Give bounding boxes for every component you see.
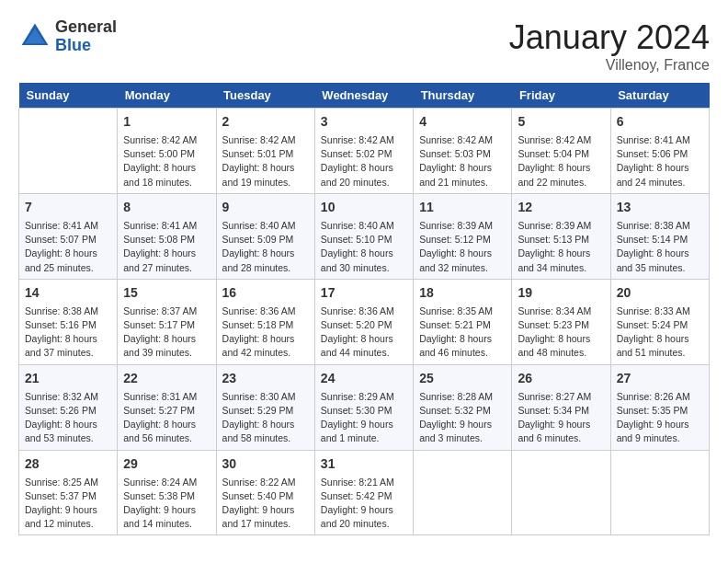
column-header-monday: Monday [118,83,216,109]
calendar-cell: 23Sunrise: 8:30 AM Sunset: 5:29 PM Dayli… [216,364,314,450]
calendar-cell: 18Sunrise: 8:35 AM Sunset: 5:21 PM Dayli… [414,279,512,364]
column-header-friday: Friday [512,83,610,109]
day-number: 15 [123,283,210,303]
cell-content: Sunrise: 8:24 AM Sunset: 5:38 PM Dayligh… [123,476,210,532]
week-row-3: 14Sunrise: 8:38 AM Sunset: 5:16 PM Dayli… [19,279,710,364]
week-row-2: 7Sunrise: 8:41 AM Sunset: 5:07 PM Daylig… [19,193,710,279]
cell-content: Sunrise: 8:40 AM Sunset: 5:09 PM Dayligh… [222,219,309,275]
day-number: 22 [123,369,210,388]
calendar-cell [512,450,610,535]
calendar-cell: 16Sunrise: 8:36 AM Sunset: 5:18 PM Dayli… [216,279,314,364]
calendar-cell: 11Sunrise: 8:39 AM Sunset: 5:12 PM Dayli… [414,193,512,279]
day-number: 10 [321,198,407,217]
calendar-cell: 7Sunrise: 8:41 AM Sunset: 5:07 PM Daylig… [19,193,118,279]
calendar-cell: 3Sunrise: 8:42 AM Sunset: 5:02 PM Daylig… [314,109,413,194]
cell-content: Sunrise: 8:32 AM Sunset: 5:26 PM Dayligh… [25,390,111,446]
day-number: 28 [25,454,111,474]
column-header-thursday: Thursday [414,83,512,109]
week-row-4: 21Sunrise: 8:32 AM Sunset: 5:26 PM Dayli… [19,364,710,450]
calendar-cell: 10Sunrise: 8:40 AM Sunset: 5:10 PM Dayli… [314,193,413,279]
day-number: 2 [222,112,309,132]
cell-content: Sunrise: 8:42 AM Sunset: 5:02 PM Dayligh… [321,133,407,190]
calendar-cell: 25Sunrise: 8:28 AM Sunset: 5:32 PM Dayli… [414,364,512,450]
calendar-cell: 14Sunrise: 8:38 AM Sunset: 5:16 PM Dayli… [19,279,118,364]
cell-content: Sunrise: 8:40 AM Sunset: 5:10 PM Dayligh… [321,219,407,275]
calendar-cell [414,450,512,535]
day-number: 7 [25,198,111,217]
page-header: General Blue January 2024 Villenoy, Fran… [18,18,710,74]
calendar-cell: 21Sunrise: 8:32 AM Sunset: 5:26 PM Dayli… [19,364,118,450]
cell-content: Sunrise: 8:38 AM Sunset: 5:16 PM Dayligh… [25,304,111,361]
day-number: 9 [222,198,309,217]
cell-content: Sunrise: 8:31 AM Sunset: 5:27 PM Dayligh… [123,390,210,446]
day-number: 24 [321,369,407,388]
column-header-sunday: Sunday [19,83,118,109]
calendar-cell: 2Sunrise: 8:42 AM Sunset: 5:01 PM Daylig… [216,109,314,194]
calendar-cell: 6Sunrise: 8:41 AM Sunset: 5:06 PM Daylig… [610,109,709,194]
cell-content: Sunrise: 8:27 AM Sunset: 5:34 PM Dayligh… [518,390,604,446]
day-number: 6 [617,112,703,132]
logo-text: General Blue [55,18,117,55]
day-number: 31 [321,454,407,474]
day-number: 26 [518,369,604,388]
day-number: 19 [518,283,604,303]
cell-content: Sunrise: 8:36 AM Sunset: 5:18 PM Dayligh… [222,304,309,361]
day-number: 17 [321,283,407,303]
cell-content: Sunrise: 8:41 AM Sunset: 5:07 PM Dayligh… [25,219,111,275]
column-header-wednesday: Wednesday [314,83,413,109]
day-number: 30 [222,454,309,474]
calendar-cell: 13Sunrise: 8:38 AM Sunset: 5:14 PM Dayli… [610,193,709,279]
calendar-cell: 29Sunrise: 8:24 AM Sunset: 5:38 PM Dayli… [118,450,216,535]
calendar-cell: 30Sunrise: 8:22 AM Sunset: 5:40 PM Dayli… [216,450,314,535]
cell-content: Sunrise: 8:25 AM Sunset: 5:37 PM Dayligh… [25,476,111,532]
day-number: 16 [222,283,309,303]
cell-content: Sunrise: 8:41 AM Sunset: 5:08 PM Dayligh… [123,219,210,275]
calendar-cell: 8Sunrise: 8:41 AM Sunset: 5:08 PM Daylig… [118,193,216,279]
day-number: 18 [419,283,506,303]
day-number: 27 [617,369,703,388]
calendar-cell: 31Sunrise: 8:21 AM Sunset: 5:42 PM Dayli… [314,450,413,535]
cell-content: Sunrise: 8:39 AM Sunset: 5:13 PM Dayligh… [518,219,604,275]
logo-general: General [55,18,117,37]
calendar-cell [19,109,118,194]
day-number: 5 [518,112,604,132]
cell-content: Sunrise: 8:42 AM Sunset: 5:04 PM Dayligh… [518,133,604,190]
cell-content: Sunrise: 8:35 AM Sunset: 5:21 PM Dayligh… [419,304,506,361]
calendar-cell: 20Sunrise: 8:33 AM Sunset: 5:24 PM Dayli… [610,279,709,364]
cell-content: Sunrise: 8:34 AM Sunset: 5:23 PM Dayligh… [518,304,604,361]
calendar-cell: 24Sunrise: 8:29 AM Sunset: 5:30 PM Dayli… [314,364,413,450]
column-header-tuesday: Tuesday [216,83,314,109]
calendar-cell: 22Sunrise: 8:31 AM Sunset: 5:27 PM Dayli… [118,364,216,450]
day-number: 14 [25,283,111,303]
cell-content: Sunrise: 8:42 AM Sunset: 5:00 PM Dayligh… [123,133,210,190]
calendar-cell: 19Sunrise: 8:34 AM Sunset: 5:23 PM Dayli… [512,279,610,364]
calendar-cell: 5Sunrise: 8:42 AM Sunset: 5:04 PM Daylig… [512,109,610,194]
day-number: 3 [321,112,407,132]
cell-content: Sunrise: 8:37 AM Sunset: 5:17 PM Dayligh… [123,304,210,361]
logo-icon [18,20,51,53]
day-number: 13 [617,198,703,217]
cell-content: Sunrise: 8:33 AM Sunset: 5:24 PM Dayligh… [617,304,703,361]
calendar-cell: 15Sunrise: 8:37 AM Sunset: 5:17 PM Dayli… [118,279,216,364]
calendar-cell: 27Sunrise: 8:26 AM Sunset: 5:35 PM Dayli… [610,364,709,450]
logo: General Blue [18,18,117,55]
calendar-cell: 1Sunrise: 8:42 AM Sunset: 5:00 PM Daylig… [118,109,216,194]
day-number: 12 [518,198,604,217]
calendar-cell: 28Sunrise: 8:25 AM Sunset: 5:37 PM Dayli… [19,450,118,535]
cell-content: Sunrise: 8:22 AM Sunset: 5:40 PM Dayligh… [222,476,309,532]
cell-content: Sunrise: 8:28 AM Sunset: 5:32 PM Dayligh… [419,390,506,446]
calendar-cell: 12Sunrise: 8:39 AM Sunset: 5:13 PM Dayli… [512,193,610,279]
day-number: 29 [123,454,210,474]
week-row-5: 28Sunrise: 8:25 AM Sunset: 5:37 PM Dayli… [19,450,710,535]
day-number: 20 [617,283,703,303]
week-row-1: 1Sunrise: 8:42 AM Sunset: 5:00 PM Daylig… [19,109,710,194]
column-headers: SundayMondayTuesdayWednesdayThursdayFrid… [19,83,710,109]
day-number: 25 [419,369,506,388]
cell-content: Sunrise: 8:39 AM Sunset: 5:12 PM Dayligh… [419,219,506,275]
cell-content: Sunrise: 8:21 AM Sunset: 5:42 PM Dayligh… [321,476,407,532]
calendar-cell: 26Sunrise: 8:27 AM Sunset: 5:34 PM Dayli… [512,364,610,450]
day-number: 23 [222,369,309,388]
day-number: 1 [123,112,210,132]
cell-content: Sunrise: 8:38 AM Sunset: 5:14 PM Dayligh… [617,219,703,275]
cell-content: Sunrise: 8:41 AM Sunset: 5:06 PM Dayligh… [617,133,703,190]
